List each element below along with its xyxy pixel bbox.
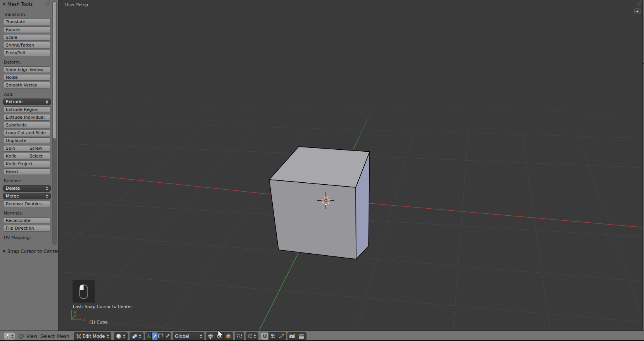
shelf-button-row: Translate [3, 19, 51, 25]
proportional-editing-dropdown[interactable] [246, 332, 258, 340]
mesh-tools-panel-header[interactable]: ▼Mesh Tools [0, 0, 58, 9]
region-corner-grip-icon[interactable] [635, 0, 642, 5]
menu-view[interactable]: View [26, 332, 37, 340]
tool-menu-button[interactable]: Merge [3, 193, 51, 199]
tool-button[interactable]: Rotate [3, 26, 51, 33]
tool-button[interactable]: Remove Doubles [3, 201, 51, 207]
tool-button[interactable]: Recalculate [3, 217, 51, 224]
viewport-header-bar: View Select Mesh Edit Mode [0, 331, 644, 341]
tool-button[interactable]: Translate [3, 19, 51, 25]
menu-select[interactable]: Select [40, 332, 55, 340]
manipulator-rotate-button[interactable] [158, 332, 164, 340]
updown-arrows-icon [11, 334, 14, 338]
mode-dropdown[interactable]: Edit Mode [74, 332, 111, 340]
y-axis-line-bottom [259, 252, 299, 331]
snap-toggle-button[interactable] [261, 332, 269, 340]
camera-icon: + [289, 334, 295, 339]
tool-button-label: Merge [6, 194, 19, 199]
opengl-render-anim-button[interactable] [297, 332, 306, 340]
tool-button-label: Extrude Region [6, 107, 38, 112]
panel-drag-widget-icon[interactable] [42, 248, 50, 253]
panel-collapse-icon[interactable]: ▼ [3, 249, 5, 253]
shelf-divider [0, 246, 59, 246]
minus-circle-icon [18, 333, 24, 339]
manipulator-translate-button[interactable] [152, 332, 158, 340]
tool-button-label: Extrude [6, 99, 23, 104]
properties-region-sliver[interactable] [642, 0, 644, 331]
viewport-shading-dropdown[interactable] [114, 332, 128, 340]
tool-button[interactable]: Push/Pull [3, 50, 51, 56]
updown-arrows-icon [46, 187, 48, 190]
magnet-icon [262, 334, 267, 339]
shelf-button-row: Loop Cut and Slide [3, 130, 51, 136]
editor-type-dropdown[interactable] [3, 332, 15, 340]
tool-button-label: Subdivide [6, 123, 27, 128]
clapperboard-icon [298, 334, 305, 339]
object-info-label: (1) Cube [89, 320, 107, 325]
pivot-point-dropdown[interactable] [130, 332, 144, 340]
tool-button[interactable]: Knife Project [3, 161, 51, 167]
tool-button[interactable]: Knife [3, 153, 27, 159]
tool-button[interactable]: Subdivide [3, 122, 51, 128]
limit-selection-icon [237, 334, 242, 339]
cube-front-face [269, 180, 356, 259]
mouse-pointer-cursor [216, 330, 225, 339]
snap-increment-icon [270, 334, 275, 339]
3d-view-cube-icon [5, 333, 10, 339]
manipulator-toggle-button[interactable] [145, 332, 152, 340]
collapse-menus-button[interactable] [18, 332, 24, 340]
panel-collapse-icon[interactable]: ▼ [3, 2, 5, 6]
shelf-scrollbar-thumb[interactable] [53, 2, 56, 138]
tool-button[interactable]: Slide Edge [3, 66, 27, 73]
panel-title: Mesh Tools [7, 2, 33, 7]
tool-button[interactable]: Screw [27, 145, 51, 152]
tool-shelf: ▼Mesh Tools Transform:TranslateRotateSca… [0, 0, 59, 331]
tool-button[interactable]: Scale [3, 34, 51, 41]
viewport-3d[interactable]: User Persp Last: Snap Cursor to Center y… [59, 0, 642, 331]
tool-button[interactable]: Noise [3, 74, 51, 81]
y-axis-line-top [353, 97, 378, 151]
tool-menu-button[interactable]: Extrude [3, 99, 51, 105]
tool-button[interactable]: Flip Direction [3, 225, 51, 232]
select-mode-vertex-button[interactable] [206, 332, 215, 340]
opengl-render-button[interactable]: + [288, 332, 297, 340]
cube-mesh[interactable] [269, 147, 370, 259]
tool-button-label: Flip Direction [6, 226, 34, 231]
tool-button[interactable]: Extrude Region [3, 106, 51, 113]
shelf-button-row: Smooth Vertex [3, 82, 51, 88]
occlude-geometry-button[interactable] [235, 332, 244, 340]
snap-target-button[interactable] [277, 332, 286, 340]
tool-button-label: Loop Cut and Slide [6, 130, 46, 135]
shelf-scrollbar[interactable] [52, 1, 57, 245]
tool-button[interactable]: Vertex [27, 66, 51, 73]
shelf-button-row: Noise [3, 74, 51, 81]
tool-button[interactable]: Bisect [3, 168, 51, 175]
tool-button[interactable]: Shrink/Fatten [3, 42, 51, 48]
updown-arrows-icon [123, 334, 125, 338]
shelf-button-row: Shrink/Fatten [3, 42, 51, 48]
svg-text:+: + [293, 334, 296, 336]
tool-button[interactable]: Loop Cut and Slide [3, 130, 51, 136]
manipulator-scale-button[interactable] [164, 332, 171, 340]
expand-region-button[interactable]: + [634, 8, 641, 14]
panel-title: Snap Cursor to Center [7, 249, 59, 254]
mini-axis-gizmo: y x [67, 308, 87, 323]
tool-menu-button[interactable]: Delete [3, 185, 51, 192]
tool-button[interactable]: Spin [3, 145, 27, 152]
tool-button[interactable]: Duplicate [3, 137, 51, 144]
shelf-button-row: Delete [3, 185, 51, 192]
tool-button[interactable]: Smooth Vertex [3, 82, 51, 88]
shelf-button-row: Extrude [3, 99, 51, 105]
sphere-icon [116, 334, 121, 339]
tool-button[interactable]: Extrude Individual [3, 114, 51, 121]
menu-mesh[interactable]: Mesh [57, 332, 69, 340]
shelf-section-label: Deform: [4, 60, 58, 65]
mode-label: Edit Mode [83, 334, 105, 339]
tool-button[interactable]: Select [27, 153, 51, 159]
orientation-dropdown[interactable]: Global [173, 332, 204, 340]
manipulator-group [145, 332, 171, 340]
shelf-button-row: KnifeSelect [3, 153, 51, 159]
panel-drag-widget-icon[interactable] [42, 0, 50, 6]
snap-cursor-panel-header[interactable]: ▼Snap Cursor to Center [0, 247, 59, 256]
select-mode-face-button[interactable] [224, 332, 233, 340]
